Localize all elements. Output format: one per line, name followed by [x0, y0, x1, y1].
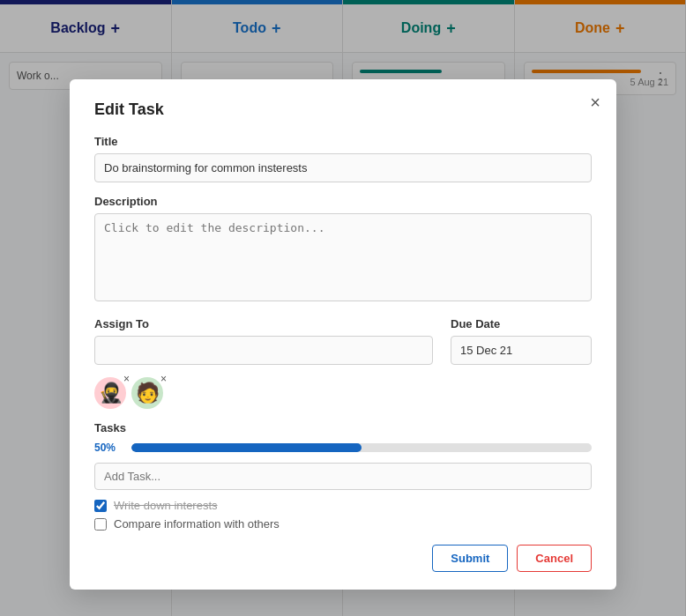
- avatar-2: 🧑: [131, 377, 163, 409]
- progress-bar-background: [131, 443, 592, 452]
- task-item-1: Write down interests: [94, 499, 592, 512]
- description-field-section: Description: [94, 195, 592, 305]
- progress-bar-fill: [131, 443, 362, 452]
- edit-task-modal: Edit Task × Title Description Assign To …: [70, 79, 616, 590]
- due-date-label: Due Date: [451, 317, 592, 330]
- progress-percent: 50%: [94, 442, 123, 454]
- assign-to-section: Assign To: [94, 317, 433, 365]
- modal-title: Edit Task: [94, 100, 592, 119]
- assign-due-row: Assign To Due Date: [94, 317, 592, 365]
- task-item-2: Compare information with others: [94, 517, 592, 531]
- avatar-2-wrap: 🧑 ×: [131, 377, 163, 409]
- tasks-label: Tasks: [94, 421, 592, 434]
- title-label: Title: [94, 135, 592, 148]
- remove-avatar-2-button[interactable]: ×: [160, 374, 167, 384]
- close-modal-button[interactable]: ×: [590, 93, 600, 111]
- remove-avatar-1-button[interactable]: ×: [123, 374, 130, 384]
- task-1-label: Write down interests: [114, 499, 218, 512]
- progress-row: 50%: [94, 442, 592, 454]
- submit-button[interactable]: Submit: [432, 545, 508, 572]
- title-input[interactable]: [94, 153, 592, 182]
- tasks-section: Tasks 50% Write down interests Compare i…: [94, 421, 592, 531]
- description-label: Description: [94, 195, 592, 208]
- assign-input[interactable]: [94, 336, 433, 365]
- modal-footer: Submit Cancel: [94, 545, 592, 572]
- modal-overlay: Edit Task × Title Description Assign To …: [0, 0, 686, 616]
- task-2-checkbox[interactable]: [94, 518, 107, 531]
- task-1-checkbox[interactable]: [94, 500, 107, 512]
- task-2-label: Compare information with others: [114, 517, 280, 531]
- due-date-input[interactable]: [451, 336, 592, 365]
- due-date-section: Due Date: [451, 317, 592, 365]
- assign-label: Assign To: [94, 317, 433, 330]
- description-textarea[interactable]: [94, 213, 592, 301]
- avatar-1-wrap: 🥷 ×: [94, 377, 126, 409]
- title-field-section: Title: [94, 135, 592, 182]
- assignees-row: 🥷 × 🧑 ×: [94, 377, 592, 409]
- add-task-input[interactable]: [94, 463, 592, 490]
- avatar-1: 🥷: [94, 377, 126, 409]
- cancel-button[interactable]: Cancel: [517, 545, 592, 572]
